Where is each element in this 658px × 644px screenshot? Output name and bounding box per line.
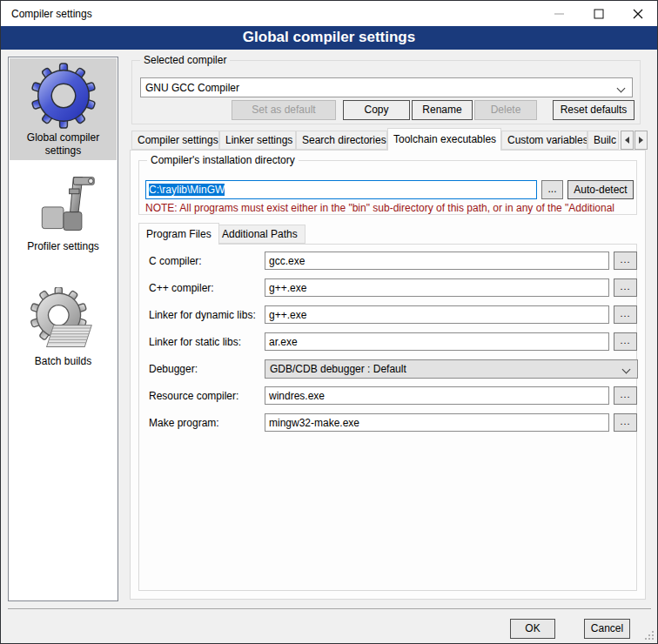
- field-row-resource-compiler: Resource compiler: ...: [138, 386, 637, 406]
- page-title: Global compiler settings: [1, 26, 657, 50]
- caliper-icon: [30, 172, 97, 238]
- note-text: NOTE: All programs must exist either in …: [145, 202, 634, 214]
- field-row-c-compiler: C compiler: ...: [138, 252, 637, 271]
- linker-static-input[interactable]: [265, 332, 609, 351]
- tab-toolchain-executables[interactable]: Toolchain executables: [387, 128, 501, 151]
- make-program-input[interactable]: [265, 413, 609, 432]
- linker-dynamic-browse-button[interactable]: ...: [614, 305, 637, 324]
- reset-defaults-button[interactable]: Reset defaults: [553, 100, 634, 120]
- c-compiler-browse-button[interactable]: ...: [614, 252, 637, 270]
- installation-directory-input[interactable]: C:\raylib\MinGW: [145, 180, 537, 199]
- field-label: Linker for dynamic libs:: [149, 305, 256, 325]
- ok-button[interactable]: OK: [510, 619, 555, 639]
- rename-button[interactable]: Rename: [412, 100, 473, 120]
- copy-button[interactable]: Copy: [343, 100, 410, 120]
- sidebar-item-label: Global compiler settings: [10, 131, 117, 158]
- c-compiler-input[interactable]: [265, 252, 609, 270]
- linker-dynamic-input[interactable]: [265, 305, 609, 324]
- resource-compiler-browse-button[interactable]: ...: [614, 386, 637, 405]
- close-icon: [633, 9, 643, 19]
- blue-gear-icon: [30, 62, 97, 130]
- tab-linker-settings[interactable]: Linker settings: [219, 131, 296, 150]
- sidebar-item-label: Profiler settings: [10, 240, 117, 253]
- titlebar: Compiler settings: [1, 1, 657, 26]
- compiler-select[interactable]: GNU GCC Compiler: [140, 77, 633, 97]
- installation-directory-browse-button[interactable]: ...: [541, 180, 563, 199]
- subtab-additional-paths[interactable]: Additional Paths: [214, 225, 306, 244]
- installation-directory-value: C:\raylib\MinGW: [149, 184, 225, 196]
- subtab-program-files[interactable]: Program Files: [138, 223, 219, 245]
- compiler-select-value: GNU GCC Compiler: [145, 82, 239, 94]
- tab-custom-variables[interactable]: Custom variables: [501, 131, 588, 150]
- debugger-select[interactable]: GDB/CDB debugger : Default: [265, 359, 638, 379]
- field-row-linker-dynamic: Linker for dynamic libs: ...: [138, 305, 637, 325]
- chevron-down-icon: [617, 84, 626, 93]
- gray-gear-stack-icon: [30, 287, 97, 353]
- sidebar-item-global-compiler-settings[interactable]: Global compiler settings: [10, 58, 117, 160]
- tab-scroll-right-button[interactable]: [634, 131, 648, 150]
- minimize-icon: [554, 9, 565, 19]
- cancel-button[interactable]: Cancel: [584, 619, 630, 639]
- make-program-browse-button[interactable]: ...: [614, 413, 637, 432]
- compiler-settings-dialog: Compiler settings Global compiler settin…: [0, 0, 658, 644]
- debugger-select-value: GDB/CDB debugger : Default: [270, 363, 406, 375]
- settings-category-list: Global compiler settings Profiler settin…: [8, 57, 118, 601]
- field-row-debugger: Debugger: GDB/CDB debugger : Default: [138, 359, 637, 379]
- installation-directory-group-label: Compiler's installation directory: [147, 154, 299, 166]
- tab-scroll-right-icon: [639, 137, 643, 144]
- tab-compiler-settings[interactable]: Compiler settings: [131, 131, 219, 150]
- resize-grip[interactable]: [644, 630, 655, 641]
- tab-build-options-truncated[interactable]: Builc: [588, 131, 619, 150]
- resource-compiler-input[interactable]: [265, 386, 609, 405]
- tab-search-directories[interactable]: Search directories: [296, 131, 387, 150]
- field-label: Debugger:: [149, 359, 198, 379]
- sidebar-item-batch-builds[interactable]: Batch builds: [10, 284, 117, 367]
- maximize-button[interactable]: [579, 1, 618, 26]
- tab-scroll-left-button[interactable]: [621, 131, 634, 150]
- delete-button[interactable]: Delete: [474, 100, 537, 120]
- field-row-make-program: Make program: ...: [138, 413, 637, 433]
- field-label: Make program:: [149, 413, 219, 433]
- field-label: C++ compiler:: [149, 278, 214, 298]
- sidebar-item-label: Batch builds: [10, 355, 117, 368]
- auto-detect-button[interactable]: Auto-detect: [567, 180, 634, 199]
- field-row-linker-static: Linker for static libs: ...: [138, 332, 637, 352]
- field-label: Linker for static libs:: [149, 332, 241, 352]
- selected-compiler-group-label: Selected compiler: [140, 54, 230, 66]
- linker-static-browse-button[interactable]: ...: [614, 332, 637, 351]
- field-label: C compiler:: [149, 252, 202, 271]
- cpp-compiler-input[interactable]: [265, 278, 609, 297]
- chevron-down-icon: [622, 366, 631, 374]
- minimize-button[interactable]: [540, 1, 579, 26]
- field-row-cpp-compiler: C++ compiler: ...: [138, 278, 637, 298]
- set-as-default-button[interactable]: Set as default: [232, 100, 336, 120]
- field-label: Resource compiler:: [149, 386, 238, 406]
- window-title: Compiler settings: [11, 8, 92, 20]
- maximize-icon: [594, 9, 604, 19]
- sidebar-item-profiler-settings[interactable]: Profiler settings: [10, 169, 117, 261]
- close-button[interactable]: [618, 1, 657, 26]
- tab-scroll-left-icon: [625, 137, 629, 144]
- cpp-compiler-browse-button[interactable]: ...: [614, 278, 637, 297]
- footer-separator: [8, 608, 651, 609]
